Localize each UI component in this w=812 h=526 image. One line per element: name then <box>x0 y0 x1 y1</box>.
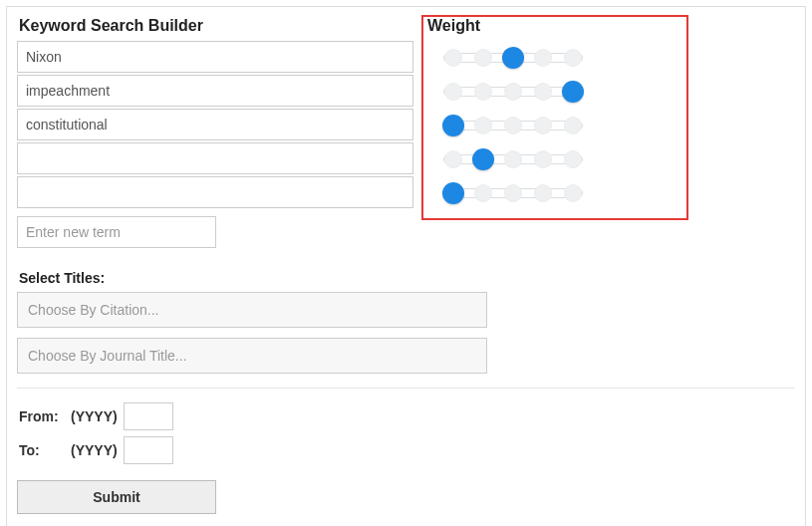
weight-cell <box>413 75 583 109</box>
weight-slider[interactable] <box>443 82 583 102</box>
weight-slider[interactable] <box>443 48 583 68</box>
weight-slider[interactable] <box>443 183 583 203</box>
search-builder-panel: Keyword Search Builder Weight Select Tit… <box>6 6 806 526</box>
weight-slider[interactable] <box>443 116 583 135</box>
column-headers: Keyword Search Builder Weight <box>17 17 795 35</box>
term-input[interactable] <box>17 41 413 73</box>
term-row <box>17 176 795 210</box>
slider-step[interactable] <box>504 150 522 168</box>
to-label: To: <box>19 442 63 458</box>
weight-cell <box>413 142 583 176</box>
to-year-input[interactable] <box>124 436 173 464</box>
to-hint: (YYYY) <box>71 442 118 458</box>
slider-step[interactable] <box>444 150 462 168</box>
submit-button[interactable]: Submit <box>17 480 216 514</box>
slider-step[interactable] <box>534 117 552 134</box>
slider-step[interactable] <box>564 49 582 67</box>
select-titles-label: Select Titles: <box>17 270 795 286</box>
from-label: From: <box>19 408 63 424</box>
choose-by-citation-input[interactable] <box>17 292 487 328</box>
slider-step[interactable] <box>444 49 462 67</box>
slider-step[interactable] <box>474 117 492 134</box>
header-keyword-builder: Keyword Search Builder <box>17 17 423 35</box>
from-hint: (YYYY) <box>71 408 118 424</box>
slider-step[interactable] <box>504 184 522 202</box>
term-row <box>17 142 795 176</box>
weight-cell <box>413 109 583 142</box>
slider-handle[interactable] <box>502 47 524 69</box>
slider-handle[interactable] <box>442 182 464 204</box>
date-from-row: From: (YYYY) <box>17 402 795 430</box>
divider <box>17 388 795 389</box>
header-weight: Weight <box>423 17 480 35</box>
term-row <box>17 109 795 142</box>
slider-step[interactable] <box>564 150 582 168</box>
slider-step[interactable] <box>504 83 522 101</box>
slider-step[interactable] <box>474 49 492 67</box>
choose-by-journal-title-input[interactable] <box>17 338 487 374</box>
slider-step[interactable] <box>534 83 552 101</box>
term-input[interactable] <box>17 109 413 140</box>
slider-step[interactable] <box>444 83 462 101</box>
weight-slider[interactable] <box>443 149 583 169</box>
slider-step[interactable] <box>564 117 582 134</box>
slider-step[interactable] <box>534 49 552 67</box>
new-term-input[interactable] <box>17 216 216 248</box>
weight-cell <box>413 176 583 210</box>
term-input[interactable] <box>17 75 413 107</box>
slider-step[interactable] <box>534 184 552 202</box>
term-row <box>17 41 795 75</box>
slider-step[interactable] <box>564 184 582 202</box>
slider-step[interactable] <box>534 150 552 168</box>
slider-handle[interactable] <box>562 81 584 103</box>
term-row <box>17 75 795 109</box>
term-input[interactable] <box>17 176 413 208</box>
date-to-row: To: (YYYY) <box>17 436 795 464</box>
slider-step[interactable] <box>504 117 522 134</box>
term-input[interactable] <box>17 142 413 174</box>
weight-cell <box>413 41 583 75</box>
from-year-input[interactable] <box>124 402 173 430</box>
term-rows <box>17 41 795 210</box>
slider-handle[interactable] <box>472 148 494 170</box>
slider-step[interactable] <box>474 184 492 202</box>
slider-step[interactable] <box>474 83 492 101</box>
slider-handle[interactable] <box>442 115 464 136</box>
